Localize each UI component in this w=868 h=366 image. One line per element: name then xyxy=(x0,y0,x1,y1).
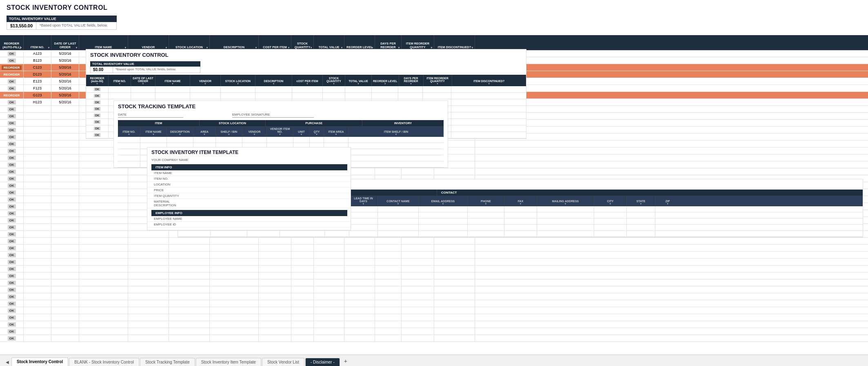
tracking-sub-cell[interactable]: VENDOR▼ xyxy=(242,126,267,137)
cell-status: OK xyxy=(0,120,24,126)
add-sheet-button[interactable]: + xyxy=(341,356,351,366)
header-item-name[interactable]: ITEM NAME ▼ xyxy=(79,35,128,50)
cell-status: OK xyxy=(0,85,24,92)
tracking-sub-cell[interactable]: UNIT▼ xyxy=(293,126,310,137)
dropdown-arrow[interactable]: ▼ xyxy=(165,46,168,49)
embedded-header-cell[interactable]: DAYS PERREORDER▼ xyxy=(399,75,424,86)
embedded-header-cell[interactable]: ITEM REORDERQUANTITY▼ xyxy=(424,75,452,86)
table-row: OK xyxy=(0,300,868,307)
embedded-header-cell[interactable]: REORDER(auto-fill)▼ xyxy=(86,75,109,86)
tab-stock-inventory-item-template[interactable]: Stock Inventory Item Template xyxy=(196,358,261,366)
dropdown-arrow[interactable]: ▼ xyxy=(206,46,209,49)
embedded-header-cell[interactable]: DATE OF LASTORDER▼ xyxy=(131,75,155,86)
header-cost-per-item[interactable]: cOsT PER ITEM ▼ xyxy=(259,35,291,50)
header-reorder-level[interactable]: REORDER LEVEL ▼ xyxy=(344,35,375,50)
tracking-sub-cell[interactable]: ITEM NAME▼ xyxy=(140,126,167,137)
embedded-header-cell[interactable]: ITEM NAME▼ xyxy=(155,75,190,86)
prev-sheet-arrow[interactable]: ◀ xyxy=(3,358,11,366)
header-reorder[interactable]: REORDER(auto-fill) ▼ xyxy=(0,35,24,50)
embedded-header-cell[interactable]: TOTAL VALUE▼ xyxy=(345,75,372,86)
embedded-header-cell[interactable]: cOST PER ITEM▼ xyxy=(292,75,323,86)
dropdown-arrow[interactable]: ▼ xyxy=(124,46,127,49)
cell-date: 5/20/16 xyxy=(51,85,79,92)
cell-status: OK xyxy=(0,78,24,85)
dropdown-arrow[interactable]: ▼ xyxy=(310,46,313,49)
tracking-table-row xyxy=(118,137,444,143)
embedded-header-cell[interactable]: ITEM DISCONTINUED?▼ xyxy=(452,75,526,86)
vendor-sub-cell[interactable]: LEAD TIME INDAYS▼ xyxy=(349,196,378,206)
embedded-header-cell[interactable]: DESCRIPTION▼ xyxy=(255,75,292,86)
vendor-sub-cell[interactable]: CONTACT NAME▼ xyxy=(378,196,419,206)
dropdown-arrow[interactable]: ▼ xyxy=(397,46,400,49)
table-row: OK xyxy=(0,307,868,314)
tab-stock-inventory-control[interactable]: Stock Inventory Control xyxy=(11,357,68,366)
cell-status: OK xyxy=(0,300,24,307)
cell-status: OK xyxy=(0,196,24,203)
vendor-sub-cell[interactable]: STATE▼ xyxy=(627,196,655,206)
header-date-last-order[interactable]: DATE OF LASTORDER ▼ xyxy=(51,35,79,50)
tab-stock-tracking-template[interactable]: Stock Tracking Template xyxy=(140,358,195,366)
header-item-reorder-qty[interactable]: ITEM REORDERQUANTITY ▼ xyxy=(402,35,434,50)
header-stock-quantity[interactable]: STOCKQUANTITY ▼ xyxy=(291,35,314,50)
header-description[interactable]: DESCRIPTION ▼ xyxy=(210,35,259,50)
embedded-sic-title: STOCK INVENTORY CONTROL xyxy=(86,49,526,60)
dropdown-arrow[interactable]: ▼ xyxy=(20,46,22,49)
cell-status: OK xyxy=(0,161,24,168)
dropdown-arrow[interactable]: ▼ xyxy=(75,46,78,49)
vendor-sub-cell[interactable]: MAILING ADDRESS▼ xyxy=(537,196,594,206)
table-row: OK xyxy=(0,245,868,252)
vendor-sub-cell[interactable]: PHONE▼ xyxy=(468,196,504,206)
cell-item-no: F123 xyxy=(24,85,51,92)
cell-item-no: B123 xyxy=(24,57,51,64)
tracking-sub-cell[interactable]: VENDOR ITEMNO.▼ xyxy=(267,126,293,137)
dropdown-arrow[interactable]: ▼ xyxy=(255,46,258,49)
header-item-no[interactable]: ITEM NO. ▼ xyxy=(24,35,51,50)
dropdown-arrow[interactable]: ▼ xyxy=(47,46,50,49)
tracking-sub-cell[interactable]: ITEM SHELF / BIN▼ xyxy=(349,126,444,137)
table-row: OK xyxy=(0,335,868,342)
dropdown-arrow[interactable]: ▼ xyxy=(340,46,343,49)
field-item-name: ITEM NAME xyxy=(147,170,351,176)
total-inventory-value: $13,550.00 xyxy=(7,22,36,29)
tab-blank-stock-inventory-control[interactable]: BLANK - Stock Inventory Control xyxy=(69,358,139,366)
embedded-header-cell[interactable]: STOCK LOCATION▼ xyxy=(221,75,255,86)
tab-stock-vendor-list[interactable]: Stock Vendor List xyxy=(262,358,304,366)
vendor-sub-cell[interactable]: FAX▼ xyxy=(504,196,537,206)
vendor-sub-cell[interactable]: CITY▼ xyxy=(594,196,627,206)
table-row: OK xyxy=(0,168,868,175)
header-stock-location[interactable]: STOCK LOCATION ▼ xyxy=(169,35,210,50)
tracking-sub-cell[interactable]: ITEM AREA▼ xyxy=(324,126,349,137)
total-inventory-label: TOTAL INVENTORY VALUE xyxy=(7,16,117,22)
table-row: OK xyxy=(0,328,868,335)
dropdown-arrow[interactable]: ▼ xyxy=(430,46,433,49)
embedded-header-cell[interactable]: STOCKQUANTITY▼ xyxy=(323,75,345,86)
header-vendor[interactable]: VENDOR ▼ xyxy=(128,35,169,50)
main-table-header: REORDER(auto-fill) ▼ ITEM NO. ▼ DATE OF … xyxy=(0,35,868,50)
total-inventory-box: TOTAL INVENTORY VALUE $13,550.00 *Based … xyxy=(7,16,117,30)
cell-status: OK xyxy=(0,203,24,210)
dropdown-arrow[interactable]: ▼ xyxy=(371,46,374,49)
table-row: OK xyxy=(0,259,868,266)
dropdown-arrow[interactable]: ▼ xyxy=(287,46,290,49)
embedded-header-cell[interactable]: VENDOR▼ xyxy=(190,75,221,86)
header-discontinued[interactable]: ITEM DISCONTINUED? ▼ xyxy=(434,35,475,50)
header-total-value[interactable]: TOTAL VALUE ▼ xyxy=(314,35,344,50)
table-row: OK xyxy=(0,272,868,279)
header-days-per-reorder[interactable]: DAYS PERREORDER ▼ xyxy=(375,35,402,50)
tracking-sub-cell[interactable]: ITEM NO.▼ xyxy=(118,126,140,137)
dropdown-arrow[interactable]: ▼ xyxy=(471,46,474,49)
table-row: OK xyxy=(0,314,868,321)
tracking-sub-cell[interactable]: DESCRIPTION▼ xyxy=(167,126,193,137)
tracking-section-inventory: INVENTORY xyxy=(362,120,444,126)
vendor-sub-cell[interactable]: EMAIL ADDRESS▼ xyxy=(419,196,468,206)
tracking-sub-cell[interactable]: SHELF / BIN▼ xyxy=(216,126,242,137)
embedded-header-cell[interactable]: REORDER LEVEL▼ xyxy=(372,75,399,86)
vendor-sub-cell[interactable]: ZIP▼ xyxy=(655,196,680,206)
tracking-sub-cell[interactable]: AREA▼ xyxy=(193,126,216,137)
tab-disclaimer[interactable]: - Disclaimer - xyxy=(305,358,340,366)
embedded-total-value: $0.00 xyxy=(91,67,113,73)
tracking-sub-cell[interactable]: QTY▼ xyxy=(310,126,324,137)
table-row: OK xyxy=(0,238,868,245)
item-template-panel: STOCK INVENTORY ITEM TEMPLATE YOUR COMPA… xyxy=(147,147,351,230)
embedded-header-cell[interactable]: ITEM NO.▼ xyxy=(109,75,131,86)
